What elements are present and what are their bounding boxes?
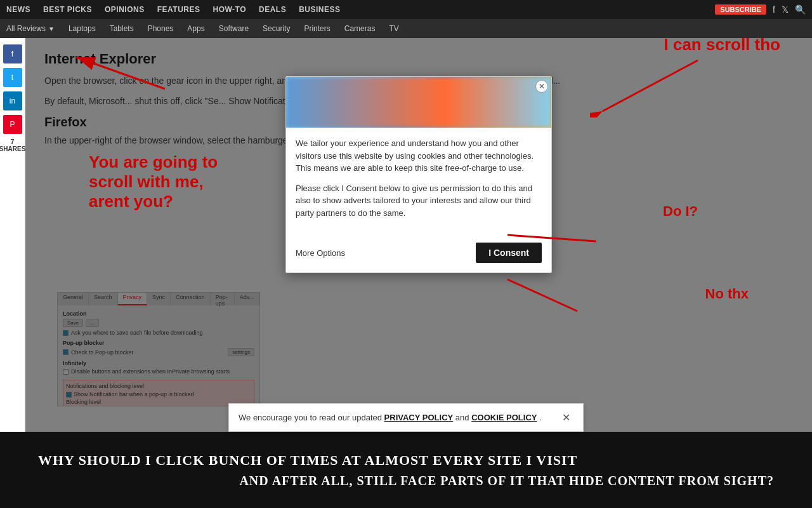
pinterest-share-button[interactable]: P — [3, 115, 22, 134]
nav-features[interactable]: FEATURES — [157, 5, 200, 14]
category-apps[interactable]: Apps — [181, 19, 211, 38]
top-nav-right: SUBSCRIBE f 𝕏 🔍 — [715, 4, 806, 15]
bottom-section: Why should I click bunch of times at alm… — [0, 432, 812, 508]
privacy-policy-link[interactable]: PRIVACY POLICY — [384, 413, 454, 422]
nav-deals[interactable]: DEALS — [259, 5, 286, 14]
shares-count: 7 SHARES — [0, 138, 25, 152]
modal-header-image — [286, 77, 551, 128]
cookie-consent-modal: ✕ We tailor your experience and understa… — [285, 76, 552, 273]
bottom-text-line1: Why should I click bunch of times at alm… — [38, 452, 774, 469]
modal-footer: More Options I Consent — [286, 236, 551, 272]
category-laptops[interactable]: Laptops — [62, 19, 102, 38]
nav-best-picks[interactable]: BEST PICKS — [43, 5, 92, 14]
consent-button[interactable]: I Consent — [476, 243, 542, 263]
nav-business[interactable]: BUSINESS — [299, 5, 340, 14]
category-tablets[interactable]: Tablets — [103, 19, 140, 38]
nav-opinions[interactable]: OPINIONS — [105, 5, 145, 14]
facebook-share-button[interactable]: f — [3, 44, 22, 64]
facebook-icon[interactable]: f — [773, 4, 775, 15]
all-reviews-dropdown[interactable]: All Reviews ▼ — [6, 24, 55, 33]
nav-how-to[interactable]: HOW-TO — [213, 5, 246, 14]
modal-text-1: We tailor your experience and understand… — [296, 137, 542, 175]
category-navigation: All Reviews ▼ Laptops Tablets Phones App… — [0, 19, 812, 38]
twitter-icon[interactable]: 𝕏 — [782, 4, 789, 15]
cookie-bar-close-button[interactable]: ✕ — [559, 411, 573, 424]
category-printers[interactable]: Printers — [298, 19, 336, 38]
article-content: Internet Explorer Open the browser, clic… — [25, 38, 812, 432]
cookie-policy-bar: We encourage you to read our updated PRI… — [228, 403, 584, 432]
cookie-policy-link[interactable]: COOKIE POLICY — [471, 413, 537, 422]
search-icon[interactable]: 🔍 — [795, 4, 806, 15]
annotation-do-i-text: Do I? — [663, 203, 698, 220]
modal-close-button[interactable]: ✕ — [535, 80, 548, 93]
category-security[interactable]: Security — [256, 19, 296, 38]
main-content-area: f t in P 7 SHARES Internet Explorer Open… — [0, 38, 812, 432]
linkedin-share-button[interactable]: in — [3, 91, 22, 110]
modal-blurred-image — [286, 77, 551, 128]
annotation-scroll-text: You are going toscroll with me,arent you… — [89, 152, 218, 212]
social-sidebar: f t in P 7 SHARES — [0, 38, 25, 432]
modal-body: We tailor your experience and understand… — [286, 128, 551, 236]
modal-text-2: Please click I Consent below to give us … — [296, 182, 542, 220]
category-cameras[interactable]: Cameras — [338, 19, 382, 38]
bottom-text-line2: and after all, still face parts of it th… — [38, 474, 774, 488]
more-options-link[interactable]: More Options — [296, 248, 345, 258]
dropdown-arrow-icon: ▼ — [48, 25, 55, 32]
twitter-share-button[interactable]: t — [3, 68, 22, 87]
nav-news[interactable]: NEWS — [6, 5, 30, 14]
top-navigation: NEWS BEST PICKS OPINIONS FEATURES HOW-TO… — [0, 0, 812, 19]
cookie-bar-text: We encourage you to read our updated PRI… — [239, 413, 542, 422]
annotation-no-thx-text: No thx — [705, 286, 749, 302]
category-phones[interactable]: Phones — [141, 19, 180, 38]
subscribe-button[interactable]: SUBSCRIBE — [715, 4, 766, 15]
category-software[interactable]: Software — [213, 19, 255, 38]
category-tv[interactable]: TV — [383, 19, 405, 38]
